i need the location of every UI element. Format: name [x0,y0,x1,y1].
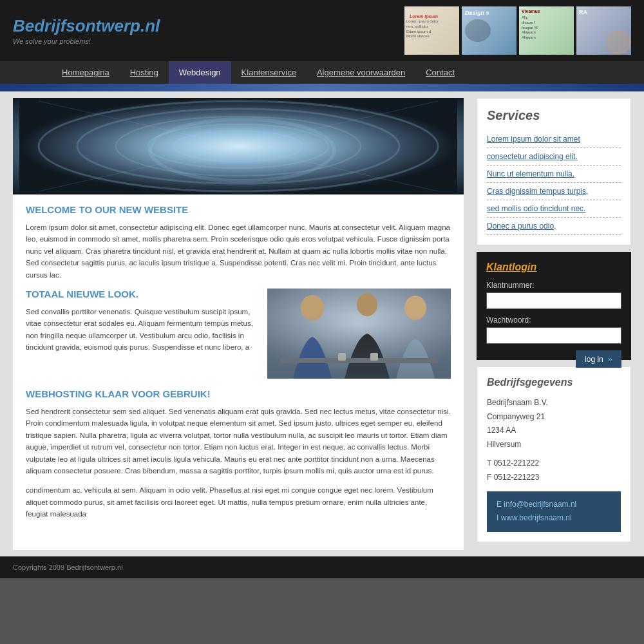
content-area: WELCOME TO OUR NEW WEBSITE Lorem ipsum d… [13,98,464,550]
section-2-image [267,289,451,379]
klantlogin-title: Klantlogin [486,261,621,273]
thumb-1-body: Lorem ipsum dolornon, sollicituEtiam ips… [406,19,439,39]
service-item-2[interactable]: consectetur adipiscing elit. [487,148,621,166]
bedrijf-web: I www.bedrijfsnaam.nl [497,511,611,526]
thumb-3-body: Alicdictum ffeugiat MAliquamAliquam [522,15,571,41]
wachtwoord-input[interactable] [486,327,621,344]
thumb-4-body: Cr [579,17,629,21]
svg-rect-16 [280,358,438,363]
nav-item-homepagina[interactable]: Homepagina [52,61,120,84]
blue-stripe [0,84,644,91]
footer-text: Copyrights 2009 Bedrijfsontwerp.nl [13,564,123,571]
nav-link-homepagina[interactable]: Homepagina [52,61,120,84]
nav-item-hosting[interactable]: Hosting [120,61,169,84]
logo-accent: ontwerp [75,16,140,35]
thumb-2-label: Design s [465,10,489,16]
svg-rect-19 [267,289,451,379]
sidebar: Services Lorem ipsum dolor sit amet cons… [477,98,631,550]
service-item-1[interactable]: Lorem ipsum dolor sit amet [487,131,621,148]
service-item-5[interactable]: sed mollis odio tincidunt nec. [487,200,621,218]
logo-main: Bedrijfs [13,16,75,35]
service-link-4[interactable]: Cras dignissim tempus turpis, [487,187,588,196]
nav-link-webdesign[interactable]: Webdesign [169,61,231,84]
services-title: Services [487,108,621,123]
thumb-3[interactable]: Vivamus Alicdictum ffeugiat MAliquamAliq… [519,6,574,55]
svg-rect-17 [338,353,346,361]
login-button[interactable]: log in » [576,350,621,368]
thumb-4-img [605,29,631,55]
thumb-3-label: Vivamus [522,9,571,14]
bedrijf-title: Bedrijfsgegevens [487,377,621,388]
header-thumbnails: Lorem Ipsum Lorem ipsum dolornon, sollic… [404,6,631,55]
bedrijf-email: E info@bedrijfsnaam.nl [497,498,611,512]
logo-tagline: We solve your problems! [13,37,160,45]
nav-item-webdesign[interactable]: Webdesign [169,61,231,84]
welcome-body: Lorem ipsum dolor sit amet, consectetur … [26,222,451,281]
header: Bedrijfsontwerp.nl We solve your problem… [0,0,644,61]
nav-link-contact[interactable]: Contact [415,61,465,84]
footer: Copyrights 2009 Bedrijfsontwerp.nl [0,556,644,578]
bedrijf-box: Bedrijfsgegevens Bedrijfsnaam B.V. Compa… [477,366,631,542]
klantnummer-input[interactable] [486,292,621,309]
section3-body2: condimentum ac, vehicula at sem. Aliquam… [26,484,451,520]
klantlogin-box: Klantlogin Klantnummer: Wachtwoord: log … [477,252,631,360]
section-2-text: TOTAAL NIEUWE LOOK. Sed convallis portti… [26,289,258,379]
klantnummer-label: Klantnummer: [486,281,621,290]
bedrijf-tel: T 0512-221222 [487,457,621,471]
login-arrows-icon: » [608,354,612,364]
wachtwoord-label: Wachtwoord: [486,316,621,325]
section-2: TOTAAL NIEUWE LOOK. Sed convallis portti… [26,289,451,379]
welcome-title: WELCOME TO OUR NEW WEBSITE [26,204,451,215]
login-button-label: log in [585,355,603,364]
hero-tunnel [13,98,464,194]
service-link-6[interactable]: Donec a purus odio, [487,222,556,231]
tunnel-svg [13,98,464,194]
logo-area: Bedrijfsontwerp.nl We solve your problem… [13,16,160,45]
svg-point-7 [216,141,261,151]
svg-rect-18 [370,353,378,361]
thumb-4[interactable]: RA Cr [576,6,631,55]
contact-box: E info@bedrijfsnaam.nl I www.bedrijfsnaa… [487,491,621,532]
services-list: Lorem ipsum dolor sit amet consectetur a… [487,131,621,235]
bedrijf-fax: F 0512-221223 [487,471,621,485]
section2-body: Sed convallis porttitor venenatis. Quisq… [26,306,258,354]
bedrijf-city: Hilversum [487,438,621,452]
service-link-5[interactable]: sed mollis odio tincidunt nec. [487,204,585,213]
hero-image [13,98,464,194]
nav-link-hosting[interactable]: Hosting [120,61,169,84]
bedrijf-postal: 1234 AA [487,424,621,438]
thumb-2[interactable]: Design s [462,6,516,55]
thumb-1[interactable]: Lorem Ipsum Lorem ipsum dolornon, sollic… [404,6,459,55]
service-item-6[interactable]: Donec a purus odio, [487,218,621,235]
section3-title: WEBHOSTING KLAAR VOOR GEBRUIK! [26,388,451,399]
service-link-1[interactable]: Lorem ipsum dolor sit amet [487,135,580,144]
logo: Bedrijfsontwerp.nl [13,16,160,36]
section3-body: Sed hendrerit consectetur sem sed alique… [26,406,451,477]
svg-point-3 [116,117,361,176]
svg-point-4 [148,124,328,168]
service-item-4[interactable]: Cras dignissim tempus turpis, [487,183,621,200]
svg-rect-0 [19,98,457,194]
nav-item-klantenservice[interactable]: Klantenservice [231,61,307,84]
nav-item-contact[interactable]: Contact [415,61,465,84]
services-box: Services Lorem ipsum dolor sit amet cons… [477,98,631,245]
meeting-svg [267,289,451,379]
logo-tld: .nl [140,16,160,35]
content-text: WELCOME TO OUR NEW WEBSITE Lorem ipsum d… [13,194,464,537]
service-item-3[interactable]: Nunc ut elementum nulla. [487,166,621,183]
bedrijf-street: Companyweg 21 [487,410,621,424]
nav-link-voorwaarden[interactable]: Algemene voorwaarden [307,61,415,84]
svg-point-6 [196,137,280,156]
section2-title: TOTAAL NIEUWE LOOK. [26,289,258,299]
svg-point-5 [174,131,303,162]
thumb-2-icon [465,19,491,42]
service-link-3[interactable]: Nunc ut elementum nulla. [487,169,574,178]
bedrijf-name: Bedrijfsnaam B.V. [487,396,621,410]
nav-item-voorwaarden[interactable]: Algemene voorwaarden [307,61,415,84]
service-link-2[interactable]: consectetur adipiscing elit. [487,152,578,161]
nav-link-klantenservice[interactable]: Klantenservice [231,61,307,84]
nav: Homepagina Hosting Webdesign Klantenserv… [0,61,644,84]
thumb-4-label: RA [579,9,629,15]
bedrijf-info: Bedrijfsnaam B.V. Companyweg 21 1234 AA … [487,396,621,485]
